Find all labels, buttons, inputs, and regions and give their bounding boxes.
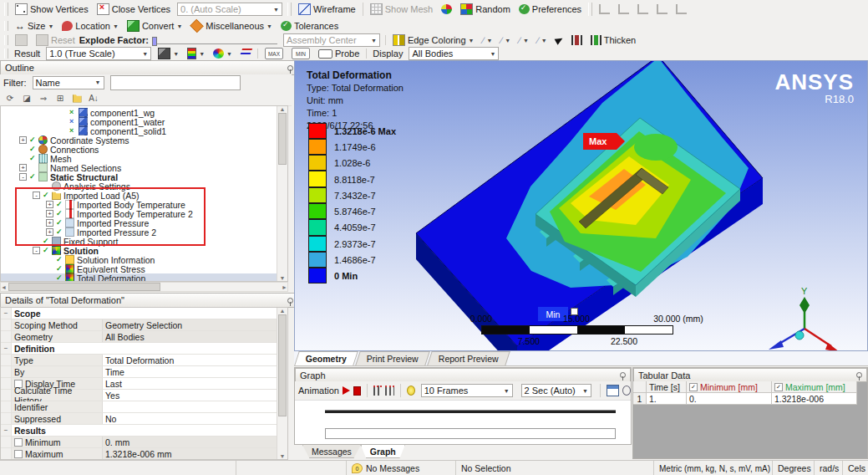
export-video-icon[interactable] <box>607 385 619 396</box>
sweep-icon[interactable]: ◪ <box>20 92 33 105</box>
edge-style-4-button[interactable]: ∕▼ <box>533 33 551 47</box>
tree-item[interactable]: ✓Connections <box>1 145 287 154</box>
duration-combo[interactable]: 2 Sec (Auto)▼ <box>521 384 591 397</box>
tree-item[interactable]: ✓Equivalent Stress <box>1 264 287 273</box>
tree-item[interactable]: -✓Imported Load (A5) <box>1 191 287 200</box>
tabular-column-header[interactable]: Time [s] <box>647 381 687 393</box>
details-value[interactable]: Geometry Selection <box>103 319 277 330</box>
details-value[interactable]: Time <box>103 366 277 377</box>
preferences-button[interactable]: Preferences <box>515 0 586 18</box>
show-max-button[interactable]: MAX <box>261 47 287 60</box>
tree-item[interactable]: +✓Imported Pressure 2 <box>1 227 287 237</box>
scroll-up-icon[interactable]: ▲ <box>280 106 286 112</box>
explode-factor-slider[interactable] <box>152 36 277 44</box>
expand-plus-icon[interactable]: + <box>46 228 53 236</box>
toolbar-grip[interactable] <box>588 3 592 15</box>
wireframe-button[interactable]: Wireframe <box>294 0 360 18</box>
edge-style-2-button[interactable]: ∕▼ <box>496 33 515 47</box>
expand-all-icon[interactable]: ⊞ <box>53 92 67 105</box>
max-annotation-flag[interactable]: Max <box>583 133 625 150</box>
triad-preset-3[interactable] <box>633 0 652 18</box>
tree-item[interactable]: ✓Mesh <box>1 154 287 163</box>
triad-preset-2[interactable] <box>614 0 633 18</box>
result-scale-combo[interactable]: 1.0 (True Scale)▼ <box>46 47 151 60</box>
toolbar-grip[interactable] <box>4 21 8 32</box>
folder-icon[interactable] <box>70 92 84 105</box>
tree-item[interactable]: +✓Imported Body Temperature <box>1 200 287 209</box>
close-vertices-button[interactable]: Close Vertices <box>93 0 175 18</box>
location-button[interactable]: Location▼ <box>58 18 123 33</box>
details-value[interactable]: Total Deformation <box>103 355 277 365</box>
tabular-data-row[interactable]: 11.0.1.3218e-006 <box>633 393 867 405</box>
pin-icon[interactable] <box>620 372 626 378</box>
expand-plus-icon[interactable]: + <box>19 164 27 171</box>
tree-vertical-scrollbar[interactable]: ▲▼ <box>277 106 287 281</box>
show-vertices-button[interactable]: Show Vertices <box>11 0 93 18</box>
tree-item[interactable]: +✓Imported Pressure <box>1 218 287 227</box>
expand-plus-icon[interactable]: + <box>19 136 27 144</box>
details-vertical-scrollbar[interactable]: ▲▼ <box>277 308 287 459</box>
result-set-frames-icon[interactable] <box>385 386 393 396</box>
tree-item[interactable]: -✓Solution <box>1 246 287 255</box>
details-value[interactable]: Yes <box>103 390 277 401</box>
checkbox-icon[interactable] <box>14 450 23 458</box>
tab-graph[interactable]: Graph <box>361 445 405 458</box>
triad-preset-5[interactable] <box>672 0 691 18</box>
orientation-triad[interactable]: Y Z X <box>759 285 850 351</box>
section-collapse-icon[interactable]: − <box>1 308 12 319</box>
edge-style-3-button[interactable]: ∕▼ <box>515 33 533 47</box>
play-icon[interactable] <box>343 386 350 395</box>
annotation-axes-button[interactable] <box>437 0 456 18</box>
distributed-frames-icon[interactable] <box>373 386 382 396</box>
tree-item[interactable]: +✓Imported Body Temperature 2 <box>1 209 287 218</box>
tree-item[interactable]: +✓Coordinate Systems <box>1 135 287 145</box>
refresh-icon[interactable]: ⟳ <box>3 92 17 105</box>
tolerances-button[interactable]: Tolerances <box>277 18 343 33</box>
scrollbar-thumb[interactable] <box>278 113 287 165</box>
tabular-cell[interactable]: 1.3218e-006 <box>772 393 857 405</box>
tree-item[interactable]: Analysis Settings <box>1 181 287 191</box>
details-value[interactable]: No <box>103 413 277 424</box>
tree-item[interactable]: ×component1_solid1 <box>1 126 287 135</box>
expand-plus-icon[interactable]: + <box>46 219 53 227</box>
collapse-minus-icon[interactable]: - <box>19 173 27 181</box>
status-temperature-unit[interactable]: Cels <box>843 461 868 475</box>
toolbar-grip[interactable] <box>4 35 8 44</box>
scroll-up-icon[interactable]: ▲ <box>280 308 286 314</box>
section-collapse-icon[interactable]: − <box>1 343 12 354</box>
tree-item[interactable]: ✓Total Deformation <box>1 273 287 282</box>
edge-direction-button[interactable] <box>551 33 567 47</box>
toolbar-grip[interactable] <box>4 49 8 58</box>
status-angle-unit[interactable]: Degrees <box>773 461 815 475</box>
checkbox-icon[interactable] <box>14 438 23 447</box>
size-button[interactable]: ↔Size▼ <box>11 18 58 33</box>
collapse-minus-icon[interactable]: - <box>33 192 40 199</box>
pin-icon[interactable] <box>287 65 293 71</box>
random-colors-button[interactable]: Random <box>456 0 515 18</box>
scrollbar-thumb[interactable] <box>278 314 287 416</box>
triad-preset-4[interactable] <box>652 0 672 18</box>
tab-geometry[interactable]: Geometry <box>294 351 358 365</box>
tree-item[interactable]: ×component1_water <box>1 117 287 126</box>
status-messages[interactable]: 0 No Messages <box>347 461 456 475</box>
edge-coloring-button[interactable]: Edge Coloring▼ <box>388 33 479 47</box>
convert-button[interactable]: Convert▼ <box>123 18 186 33</box>
tabular-column-header[interactable]: ✓Minimum [mm] <box>687 381 772 393</box>
details-value[interactable]: All Bodies <box>103 331 277 342</box>
details-value[interactable] <box>103 401 277 412</box>
status-units[interactable]: Metric (mm, kg, N, s, mV, mA) <box>654 461 773 475</box>
frames-combo[interactable]: 10 Frames▼ <box>421 384 513 397</box>
tree-item[interactable]: -✓Static Structural <box>1 172 287 181</box>
display-bodies-combo[interactable]: All Bodies▼ <box>409 47 499 60</box>
details-value[interactable]: 0. mm <box>103 437 277 447</box>
tabular-cell[interactable]: 0. <box>687 393 772 405</box>
section-collapse-icon[interactable]: − <box>1 425 12 436</box>
show-min-button[interactable]: MIN <box>287 47 314 60</box>
zoom-to-fit-icon[interactable] <box>622 386 631 396</box>
contour-bands-button[interactable]: ▼ <box>183 47 209 60</box>
go-to-icon[interactable]: ⇒ <box>37 92 50 105</box>
details-value[interactable]: Last <box>103 378 277 389</box>
scroll-left-icon[interactable]: ◄ <box>1 284 7 290</box>
tree-item[interactable]: ✓Solution Information <box>1 255 287 264</box>
edges-by-connection-button[interactable] <box>567 33 586 47</box>
